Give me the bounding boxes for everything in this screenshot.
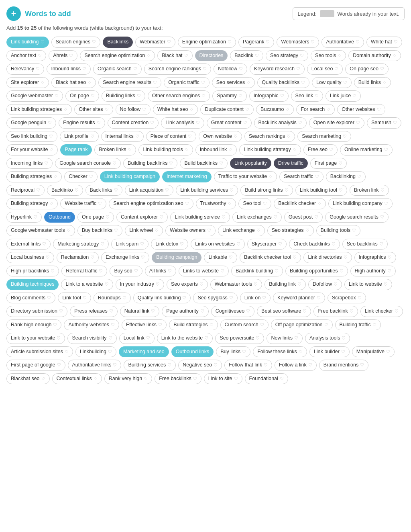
tag-item[interactable]: Seo powersuite♡: [215, 333, 264, 344]
tag-item[interactable]: Content creation♡: [108, 117, 159, 129]
tag-item[interactable]: Scrapebox♡: [328, 293, 366, 304]
heart-icon[interactable]: ♡: [360, 362, 364, 368]
tag-item[interactable]: Link building company♡: [328, 198, 393, 209]
heart-icon[interactable]: ♡: [180, 241, 184, 247]
tag-item[interactable]: Drive traffic: [274, 158, 308, 169]
heart-icon[interactable]: ♡: [203, 66, 207, 72]
tag-item[interactable]: Seo strategy♡: [266, 50, 308, 61]
heart-icon[interactable]: ♡: [97, 120, 101, 126]
heart-icon[interactable]: ♡: [201, 80, 205, 86]
tag-item[interactable]: Seo spyglass♡: [193, 293, 237, 304]
tag-item[interactable]: Keyword planner♡: [273, 293, 325, 304]
tag-item[interactable]: Black hat♡: [157, 50, 192, 61]
tag-item[interactable]: Buy backlinks♡: [77, 225, 122, 236]
tag-item[interactable]: Build backlinks♡: [180, 158, 228, 169]
tag-item[interactable]: Website traffic♡: [60, 198, 106, 209]
heart-icon[interactable]: ♡: [53, 174, 57, 180]
tag-item[interactable]: Webmasters♡: [277, 37, 319, 48]
heart-icon[interactable]: ♡: [94, 376, 98, 382]
tag-item[interactable]: Page authority♡: [162, 306, 209, 317]
tag-item[interactable]: Link directories♡: [303, 252, 352, 263]
heart-icon[interactable]: ♡: [92, 39, 96, 45]
tag-item[interactable]: Link to your website♡: [6, 333, 65, 344]
heart-icon[interactable]: ♡: [207, 227, 211, 233]
heart-icon[interactable]: ♡: [275, 268, 279, 274]
heart-icon[interactable]: ♡: [196, 120, 200, 126]
heart-icon[interactable]: ♡: [255, 53, 259, 59]
heart-icon[interactable]: ♡: [185, 147, 189, 153]
heart-icon[interactable]: ♡: [55, 93, 59, 99]
tag-item[interactable]: Back links♡: [85, 185, 122, 196]
heart-icon[interactable]: ♡: [90, 133, 94, 139]
heart-icon[interactable]: ♡: [254, 281, 258, 287]
heart-icon[interactable]: ♡: [75, 187, 79, 193]
heart-icon[interactable]: ♡: [317, 295, 321, 301]
tag-item[interactable]: Buy links♡: [216, 346, 250, 358]
tag-item[interactable]: Inbound links♡: [47, 63, 91, 75]
heart-icon[interactable]: ♡: [89, 174, 93, 180]
tag-item[interactable]: Article submission sites♡: [6, 346, 73, 358]
tag-item[interactable]: Seo strategies♡: [267, 225, 314, 236]
heart-icon[interactable]: ♡: [222, 214, 226, 220]
heart-icon[interactable]: ♡: [293, 254, 297, 260]
tag-item[interactable]: Rank very high♡: [104, 373, 152, 385]
tag-item[interactable]: Internet marketing: [162, 171, 212, 182]
heart-icon[interactable]: ♡: [108, 335, 112, 341]
heart-icon[interactable]: ♡: [228, 147, 232, 153]
heart-icon[interactable]: ♡: [372, 322, 376, 328]
heart-icon[interactable]: ♡: [169, 160, 173, 166]
heart-icon[interactable]: ♡: [338, 53, 342, 59]
heart-icon[interactable]: ♡: [315, 174, 319, 180]
tag-item[interactable]: Broken link♡: [350, 185, 389, 196]
heart-icon[interactable]: ♡: [311, 39, 315, 45]
tag-item[interactable]: Online marketing♡: [340, 144, 393, 156]
tag-item[interactable]: No follow♡: [116, 104, 151, 115]
tag-item[interactable]: Backlinking♡: [326, 171, 366, 182]
heart-icon[interactable]: ♡: [264, 362, 268, 368]
heart-icon[interactable]: ♡: [108, 349, 112, 355]
heart-icon[interactable]: ♡: [46, 254, 50, 260]
heart-icon[interactable]: ♡: [135, 133, 139, 139]
tag-item[interactable]: Custom search♡: [220, 319, 269, 331]
tag-item[interactable]: Building link♡: [265, 279, 306, 290]
heart-icon[interactable]: ♡: [339, 187, 343, 193]
tag-item[interactable]: Follow that link♡: [224, 360, 272, 371]
heart-icon[interactable]: ♡: [343, 133, 347, 139]
heart-icon[interactable]: ♡: [100, 241, 104, 247]
heart-icon[interactable]: ♡: [350, 308, 354, 314]
tag-item[interactable]: Page rank: [60, 144, 92, 156]
tag-item[interactable]: Building services♡: [124, 360, 176, 371]
heart-icon[interactable]: ♡: [185, 201, 189, 207]
tag-item[interactable]: Black hat seo♡: [51, 77, 96, 88]
tag-item[interactable]: In your industry♡: [116, 279, 164, 290]
heart-icon[interactable]: ♡: [280, 376, 284, 382]
heart-icon[interactable]: ♡: [356, 39, 360, 45]
tag-item[interactable]: Engine results♡: [59, 117, 105, 129]
tag-item[interactable]: Link builder♡: [309, 346, 350, 358]
tag-item[interactable]: Foundational♡: [245, 373, 288, 385]
tag-item[interactable]: Search marketing♡: [297, 131, 351, 142]
heart-icon[interactable]: ♡: [326, 106, 330, 113]
heart-icon[interactable]: ♡: [91, 93, 95, 99]
tag-item[interactable]: For your website♡: [6, 144, 58, 156]
tag-item[interactable]: Buy seo♡: [110, 266, 142, 277]
tag-item[interactable]: Natural link♡: [120, 306, 160, 317]
tag-item[interactable]: Seo tool♡: [238, 198, 271, 209]
heart-icon[interactable]: ♡: [142, 106, 146, 113]
heart-icon[interactable]: ♡: [122, 295, 126, 301]
heart-icon[interactable]: ♡: [44, 160, 48, 166]
tag-item[interactable]: One page♡: [77, 212, 114, 223]
heart-icon[interactable]: ♡: [334, 66, 338, 72]
heart-icon[interactable]: ♡: [238, 93, 242, 99]
heart-icon[interactable]: ♡: [41, 39, 45, 45]
tag-item[interactable]: Content explorer♡: [116, 212, 168, 223]
heart-icon[interactable]: ♡: [105, 106, 109, 113]
tag-item[interactable]: Link profile♡: [60, 131, 98, 142]
heart-icon[interactable]: ♡: [388, 254, 392, 260]
heart-icon[interactable]: ♡: [343, 80, 347, 86]
tag-item[interactable]: Outbound: [44, 212, 75, 223]
heart-icon[interactable]: ♡: [280, 93, 284, 99]
tag-item[interactable]: Link to website♡: [344, 279, 392, 290]
heart-icon[interactable]: ♡: [332, 241, 336, 247]
heart-icon[interactable]: ♡: [158, 322, 162, 328]
